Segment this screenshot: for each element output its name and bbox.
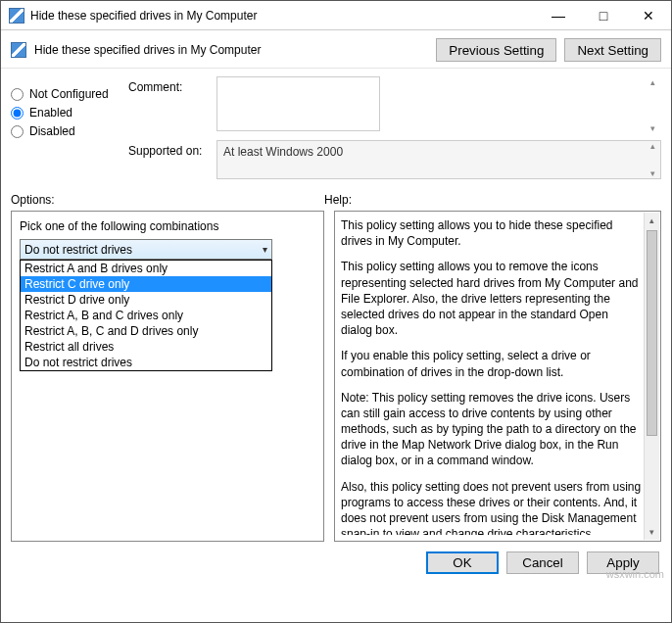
radio-disabled-input[interactable] <box>11 125 24 138</box>
help-p5: Also, this policy setting does not preve… <box>341 479 643 535</box>
help-p2: This policy setting allows you to remove… <box>341 259 643 338</box>
field-column: Comment: ▴ ▾ Supported on: At least Wind… <box>128 76 661 185</box>
help-pane: This policy setting allows you to hide t… <box>334 211 661 542</box>
radio-disabled[interactable]: Disabled <box>11 124 128 138</box>
radio-not-configured-input[interactable] <box>11 88 24 101</box>
dropdown-option[interactable]: Restrict A, B, C and D drives only <box>21 323 271 339</box>
window-controls: — □ ✕ <box>536 1 671 29</box>
help-scrollbar[interactable]: ▴ ▾ <box>644 213 659 540</box>
dropdown-option[interactable]: Restrict D drive only <box>21 292 271 308</box>
supported-scrollbar[interactable]: ▴ ▾ <box>645 141 660 178</box>
help-p4: Note: This policy setting removes the dr… <box>341 390 643 469</box>
radio-disabled-label: Disabled <box>29 124 75 138</box>
help-p3: If you enable this policy setting, selec… <box>341 348 643 379</box>
combo-label: Pick one of the following combinations <box>20 219 315 233</box>
combo-selected-value: Do not restrict drives <box>24 243 132 257</box>
options-label: Options: <box>11 193 324 207</box>
cancel-button[interactable]: Cancel <box>506 551 579 574</box>
radio-enabled-input[interactable] <box>11 107 24 120</box>
radio-enabled[interactable]: Enabled <box>11 106 128 120</box>
close-button[interactable]: ✕ <box>626 1 671 29</box>
scroll-up-icon: ▴ <box>650 141 655 151</box>
scroll-down-icon: ▾ <box>645 524 659 540</box>
options-pane: Pick one of the following combinations D… <box>11 211 324 542</box>
chevron-down-icon: ▾ <box>263 244 267 255</box>
previous-setting-button[interactable]: Previous Setting <box>436 38 556 62</box>
drives-dropdown[interactable]: Restrict A and B drives onlyRestrict C d… <box>20 260 272 371</box>
drives-combo[interactable]: Do not restrict drives ▾ <box>20 239 272 260</box>
combo-wrap: Do not restrict drives ▾ Restrict A and … <box>20 239 272 260</box>
scrollbar-thumb[interactable] <box>647 230 657 436</box>
dropdown-option[interactable]: Restrict A and B drives only <box>21 261 271 276</box>
radio-enabled-label: Enabled <box>29 106 72 120</box>
scroll-up-icon: ▴ <box>645 213 659 228</box>
panes: Pick one of the following combinations D… <box>1 211 671 542</box>
section-labels: Options: Help: <box>1 189 671 211</box>
titlebar: Hide these specified drives in My Comput… <box>1 1 671 30</box>
footer: OK Cancel Apply <box>1 542 671 584</box>
minimize-button[interactable]: — <box>536 1 581 29</box>
policy-icon <box>11 42 26 58</box>
supported-label: Supported on: <box>128 140 216 158</box>
help-text: This policy setting allows you to hide t… <box>341 217 643 535</box>
comment-row: Comment: ▴ ▾ <box>128 76 661 134</box>
next-setting-button[interactable]: Next Setting <box>564 38 661 62</box>
supported-row: Supported on: At least Windows 2000 ▴ ▾ <box>128 140 661 179</box>
scroll-up-icon: ▴ <box>650 77 655 87</box>
radio-not-configured[interactable]: Not Configured <box>11 87 128 101</box>
supported-value: At least Windows 2000 <box>216 140 661 179</box>
state-radios: Not Configured Enabled Disabled <box>11 76 128 185</box>
ok-button[interactable]: OK <box>426 551 499 574</box>
dropdown-option[interactable]: Restrict C drive only <box>21 276 271 292</box>
help-p1: This policy setting allows you to hide t… <box>341 217 643 249</box>
window-title: Hide these specified drives in My Comput… <box>30 9 536 23</box>
dropdown-option[interactable]: Restrict all drives <box>21 339 271 355</box>
header-row: Hide these specified drives in My Comput… <box>1 30 671 69</box>
header-title: Hide these specified drives in My Comput… <box>34 43 428 57</box>
maximize-button[interactable]: □ <box>581 1 626 29</box>
scroll-down-icon: ▾ <box>650 168 655 178</box>
dropdown-option[interactable]: Do not restrict drives <box>21 355 271 370</box>
dropdown-option[interactable]: Restrict A, B and C drives only <box>21 308 271 323</box>
radio-not-configured-label: Not Configured <box>29 87 109 101</box>
comment-label: Comment: <box>128 76 216 94</box>
comment-input[interactable] <box>216 76 380 131</box>
config-area: Not Configured Enabled Disabled Comment:… <box>1 69 671 189</box>
app-icon <box>9 8 24 24</box>
apply-button[interactable]: Apply <box>587 551 659 574</box>
scroll-down-icon: ▾ <box>650 123 655 133</box>
comment-scrollbar[interactable]: ▴ ▾ <box>645 77 660 133</box>
help-label: Help: <box>324 193 352 207</box>
